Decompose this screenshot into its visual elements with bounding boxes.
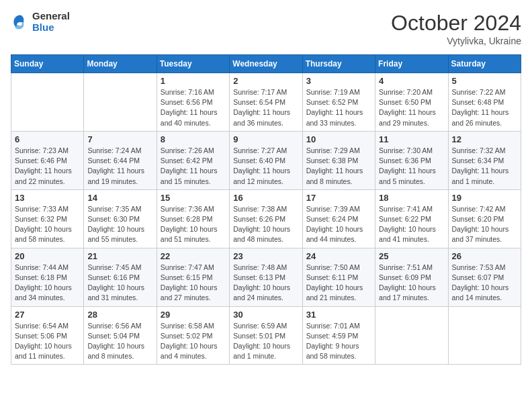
day-number: 10 bbox=[306, 134, 371, 144]
day-info: Sunrise: 7:23 AM Sunset: 6:46 PM Dayligh… bbox=[15, 146, 80, 187]
calendar-table: SundayMondayTuesdayWednesdayThursdayFrid… bbox=[11, 54, 521, 365]
day-info: Sunrise: 7:24 AM Sunset: 6:44 PM Dayligh… bbox=[87, 146, 152, 187]
calendar-cell: 28Sunrise: 6:56 AM Sunset: 5:04 PM Dayli… bbox=[84, 306, 157, 365]
calendar-cell: 7Sunrise: 7:24 AM Sunset: 6:44 PM Daylig… bbox=[84, 131, 157, 189]
day-number: 11 bbox=[379, 134, 444, 144]
day-info: Sunrise: 7:47 AM Sunset: 6:15 PM Dayligh… bbox=[161, 263, 226, 304]
day-number: 21 bbox=[87, 251, 152, 261]
day-number: 14 bbox=[87, 193, 152, 203]
day-info: Sunrise: 7:50 AM Sunset: 6:11 PM Dayligh… bbox=[306, 263, 371, 304]
calendar-cell: 19Sunrise: 7:42 AM Sunset: 6:20 PM Dayli… bbox=[448, 189, 521, 248]
header-day-saturday: Saturday bbox=[448, 55, 521, 73]
calendar-cell: 8Sunrise: 7:26 AM Sunset: 6:42 PM Daylig… bbox=[157, 131, 229, 189]
day-number: 1 bbox=[161, 76, 226, 86]
day-number: 26 bbox=[452, 251, 517, 261]
logo-general-text: General bbox=[32, 11, 70, 22]
day-info: Sunrise: 7:30 AM Sunset: 6:36 PM Dayligh… bbox=[379, 146, 444, 187]
day-info: Sunrise: 7:19 AM Sunset: 6:52 PM Dayligh… bbox=[306, 87, 371, 128]
calendar-cell: 24Sunrise: 7:50 AM Sunset: 6:11 PM Dayli… bbox=[302, 248, 375, 306]
day-info: Sunrise: 7:45 AM Sunset: 6:16 PM Dayligh… bbox=[87, 263, 152, 304]
day-number: 9 bbox=[233, 134, 298, 144]
logo-text: General Blue bbox=[32, 11, 70, 33]
day-info: Sunrise: 7:35 AM Sunset: 6:30 PM Dayligh… bbox=[87, 204, 152, 245]
day-info: Sunrise: 7:20 AM Sunset: 6:50 PM Dayligh… bbox=[379, 87, 444, 128]
day-number: 18 bbox=[379, 193, 444, 203]
calendar-week-4: 20Sunrise: 7:44 AM Sunset: 6:18 PM Dayli… bbox=[11, 248, 521, 306]
day-info: Sunrise: 7:36 AM Sunset: 6:28 PM Dayligh… bbox=[161, 204, 226, 245]
day-number: 12 bbox=[452, 134, 517, 144]
calendar-cell: 6Sunrise: 7:23 AM Sunset: 6:46 PM Daylig… bbox=[11, 131, 84, 189]
day-info: Sunrise: 7:41 AM Sunset: 6:22 PM Dayligh… bbox=[379, 204, 444, 245]
calendar-cell: 20Sunrise: 7:44 AM Sunset: 6:18 PM Dayli… bbox=[11, 248, 84, 306]
calendar-cell: 23Sunrise: 7:48 AM Sunset: 6:13 PM Dayli… bbox=[230, 248, 302, 306]
header-day-friday: Friday bbox=[375, 55, 448, 73]
calendar-cell: 14Sunrise: 7:35 AM Sunset: 6:30 PM Dayli… bbox=[84, 189, 157, 248]
day-info: Sunrise: 7:17 AM Sunset: 6:54 PM Dayligh… bbox=[233, 87, 298, 128]
day-number: 15 bbox=[161, 193, 226, 203]
day-info: Sunrise: 6:58 AM Sunset: 5:02 PM Dayligh… bbox=[161, 321, 226, 362]
calendar-cell: 27Sunrise: 6:54 AM Sunset: 5:06 PM Dayli… bbox=[11, 306, 84, 365]
calendar-cell: 1Sunrise: 7:16 AM Sunset: 6:56 PM Daylig… bbox=[157, 73, 229, 132]
calendar-cell: 11Sunrise: 7:30 AM Sunset: 6:36 PM Dayli… bbox=[375, 131, 448, 189]
day-number: 20 bbox=[15, 251, 80, 261]
day-number: 25 bbox=[379, 251, 444, 261]
logo-icon bbox=[11, 13, 30, 32]
day-info: Sunrise: 7:32 AM Sunset: 6:34 PM Dayligh… bbox=[452, 146, 517, 187]
day-info: Sunrise: 6:56 AM Sunset: 5:04 PM Dayligh… bbox=[87, 321, 152, 362]
day-number: 24 bbox=[306, 251, 371, 261]
day-number: 3 bbox=[306, 76, 371, 86]
day-number: 17 bbox=[306, 193, 371, 203]
calendar-week-2: 6Sunrise: 7:23 AM Sunset: 6:46 PM Daylig… bbox=[11, 131, 521, 189]
day-number: 4 bbox=[379, 76, 444, 86]
calendar-cell: 26Sunrise: 7:53 AM Sunset: 6:07 PM Dayli… bbox=[448, 248, 521, 306]
calendar-cell bbox=[84, 73, 157, 132]
day-number: 6 bbox=[15, 134, 80, 144]
day-number: 16 bbox=[233, 193, 298, 203]
calendar-cell bbox=[375, 306, 448, 365]
calendar-cell: 29Sunrise: 6:58 AM Sunset: 5:02 PM Dayli… bbox=[157, 306, 229, 365]
calendar-cell bbox=[11, 73, 84, 132]
day-info: Sunrise: 7:38 AM Sunset: 6:26 PM Dayligh… bbox=[233, 204, 298, 245]
day-number: 27 bbox=[15, 310, 80, 320]
day-info: Sunrise: 7:22 AM Sunset: 6:48 PM Dayligh… bbox=[452, 87, 517, 128]
calendar-cell: 9Sunrise: 7:27 AM Sunset: 6:40 PM Daylig… bbox=[230, 131, 302, 189]
day-number: 28 bbox=[87, 310, 152, 320]
day-number: 23 bbox=[233, 251, 298, 261]
calendar-cell bbox=[448, 306, 521, 365]
day-info: Sunrise: 7:42 AM Sunset: 6:20 PM Dayligh… bbox=[452, 204, 517, 245]
day-number: 8 bbox=[161, 134, 226, 144]
calendar-cell: 13Sunrise: 7:33 AM Sunset: 6:32 PM Dayli… bbox=[11, 189, 84, 248]
day-number: 13 bbox=[15, 193, 80, 203]
day-info: Sunrise: 7:53 AM Sunset: 6:07 PM Dayligh… bbox=[452, 263, 517, 304]
calendar-cell: 10Sunrise: 7:29 AM Sunset: 6:38 PM Dayli… bbox=[302, 131, 375, 189]
calendar-cell: 25Sunrise: 7:51 AM Sunset: 6:09 PM Dayli… bbox=[375, 248, 448, 306]
month-title: October 2024 bbox=[391, 11, 521, 36]
header-day-tuesday: Tuesday bbox=[157, 55, 229, 73]
day-number: 22 bbox=[161, 251, 226, 261]
day-number: 29 bbox=[161, 310, 226, 320]
location: Vytylivka, Ukraine bbox=[391, 36, 521, 46]
calendar-cell: 4Sunrise: 7:20 AM Sunset: 6:50 PM Daylig… bbox=[375, 73, 448, 132]
calendar-cell: 3Sunrise: 7:19 AM Sunset: 6:52 PM Daylig… bbox=[302, 73, 375, 132]
calendar-cell: 12Sunrise: 7:32 AM Sunset: 6:34 PM Dayli… bbox=[448, 131, 521, 189]
day-info: Sunrise: 7:51 AM Sunset: 6:09 PM Dayligh… bbox=[379, 263, 444, 304]
calendar-cell: 22Sunrise: 7:47 AM Sunset: 6:15 PM Dayli… bbox=[157, 248, 229, 306]
day-info: Sunrise: 7:44 AM Sunset: 6:18 PM Dayligh… bbox=[15, 263, 80, 304]
day-number: 7 bbox=[87, 134, 152, 144]
calendar-cell: 16Sunrise: 7:38 AM Sunset: 6:26 PM Dayli… bbox=[230, 189, 302, 248]
calendar-cell: 5Sunrise: 7:22 AM Sunset: 6:48 PM Daylig… bbox=[448, 73, 521, 132]
calendar-body: 1Sunrise: 7:16 AM Sunset: 6:56 PM Daylig… bbox=[11, 73, 521, 365]
calendar-cell: 18Sunrise: 7:41 AM Sunset: 6:22 PM Dayli… bbox=[375, 189, 448, 248]
calendar-cell: 30Sunrise: 6:59 AM Sunset: 5:01 PM Dayli… bbox=[230, 306, 302, 365]
day-number: 19 bbox=[452, 193, 517, 203]
day-info: Sunrise: 6:54 AM Sunset: 5:06 PM Dayligh… bbox=[15, 321, 80, 362]
header-day-thursday: Thursday bbox=[302, 55, 375, 73]
calendar-header: SundayMondayTuesdayWednesdayThursdayFrid… bbox=[11, 55, 521, 73]
header-day-wednesday: Wednesday bbox=[230, 55, 302, 73]
day-info: Sunrise: 6:59 AM Sunset: 5:01 PM Dayligh… bbox=[233, 321, 298, 362]
calendar-week-1: 1Sunrise: 7:16 AM Sunset: 6:56 PM Daylig… bbox=[11, 73, 521, 132]
calendar-cell: 17Sunrise: 7:39 AM Sunset: 6:24 PM Dayli… bbox=[302, 189, 375, 248]
day-info: Sunrise: 7:33 AM Sunset: 6:32 PM Dayligh… bbox=[15, 204, 80, 245]
header-day-monday: Monday bbox=[84, 55, 157, 73]
calendar-week-5: 27Sunrise: 6:54 AM Sunset: 5:06 PM Dayli… bbox=[11, 306, 521, 365]
